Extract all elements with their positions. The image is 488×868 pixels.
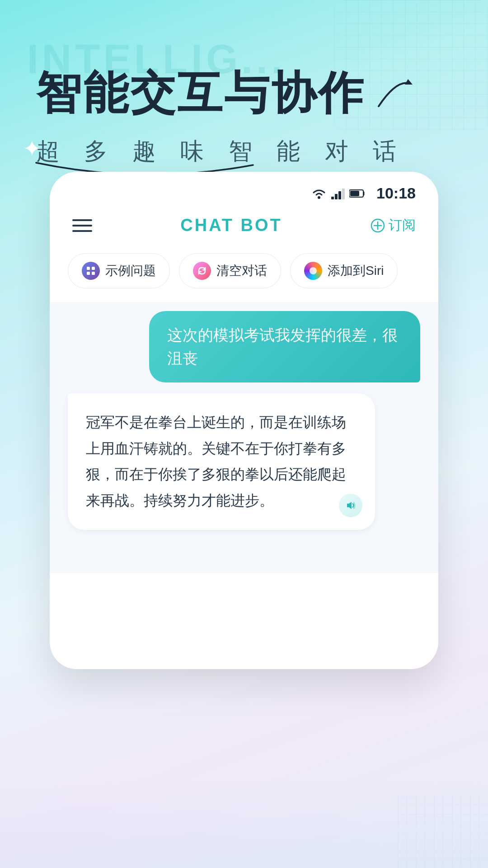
battery-icon (349, 189, 366, 198)
svg-rect-14 (92, 267, 95, 270)
menu-line-3 (72, 230, 92, 232)
svg-point-3 (318, 196, 320, 199)
menu-line-1 (72, 219, 92, 221)
bot-message-container: 冠军不是在拳台上诞生的，而是在训练场上用血汗铸就的。关键不在于你打拳有多狠，而在… (68, 393, 420, 530)
status-icons (311, 187, 366, 200)
wifi-icon (311, 187, 327, 200)
status-bar: 10:18 (50, 172, 438, 207)
nav-title: CHAT BOT (180, 216, 282, 235)
clear-label: 清空对话 (216, 262, 267, 279)
hero-title: 智能交互与协作 (36, 68, 365, 118)
chat-area: 这次的模拟考试我发挥的很差，很沮丧 冠军不是在拳台上诞生的，而是在训练场上用血汗… (50, 302, 438, 573)
example-label: 示例问题 (105, 262, 156, 279)
siri-icon (304, 262, 322, 280)
siri-inner (310, 267, 317, 274)
svg-rect-13 (87, 267, 90, 270)
refresh-icon (197, 266, 207, 276)
svg-rect-9 (350, 191, 359, 196)
bot-message-text: 冠军不是在拳台上诞生的，而是在训练场上用血汗铸就的。关键不在于你打拳有多狠，而在… (86, 414, 346, 509)
phone-card: 10:18 CHAT BOT 订阅 (50, 172, 438, 669)
bot-bubble: 冠军不是在拳台上诞生的，而是在训练场上用血汗铸就的。关键不在于你打拳有多狠，而在… (68, 393, 375, 530)
audio-play-button[interactable] (339, 494, 362, 517)
svg-rect-16 (92, 272, 95, 275)
example-icon (82, 262, 100, 280)
menu-line-2 (72, 225, 92, 226)
example-problems-button[interactable]: 示例问题 (68, 253, 170, 288)
audio-icon (344, 499, 357, 512)
subscribe-plus-icon (371, 218, 385, 233)
user-message-container: 这次的模拟考试我发挥的很差，很沮丧 (68, 311, 420, 382)
signal-icon (331, 188, 345, 199)
add-siri-button[interactable]: 添加到Siri (290, 253, 398, 288)
svg-rect-15 (87, 272, 90, 275)
svg-rect-1 (398, 796, 488, 868)
user-bubble: 这次的模拟考试我发挥的很差，很沮丧 (149, 311, 420, 382)
siri-label: 添加到Siri (328, 262, 384, 279)
clear-chat-button[interactable]: 清空对话 (179, 253, 281, 288)
status-time: 10:18 (376, 184, 416, 202)
svg-rect-5 (335, 194, 338, 199)
nav-bar: CHAT BOT 订阅 (50, 207, 438, 249)
svg-rect-7 (342, 189, 345, 199)
quick-actions-bar: 示例问题 清空对话 添加到Siri (50, 249, 438, 302)
subscribe-label: 订阅 (389, 216, 416, 235)
hero-section: INTELLIG... ✦ 智能交互与协作 超 多 趣 味 智 能 对 话 (0, 0, 488, 194)
subscribe-button[interactable]: 订阅 (371, 216, 416, 235)
arrow-decoration (374, 75, 415, 115)
svg-marker-2 (405, 79, 413, 85)
svg-rect-6 (338, 191, 341, 199)
grid-icon (86, 266, 96, 276)
menu-icon[interactable] (72, 219, 92, 232)
bg-grid-bottom (398, 796, 488, 868)
clear-icon (193, 262, 211, 280)
svg-rect-4 (331, 197, 334, 199)
